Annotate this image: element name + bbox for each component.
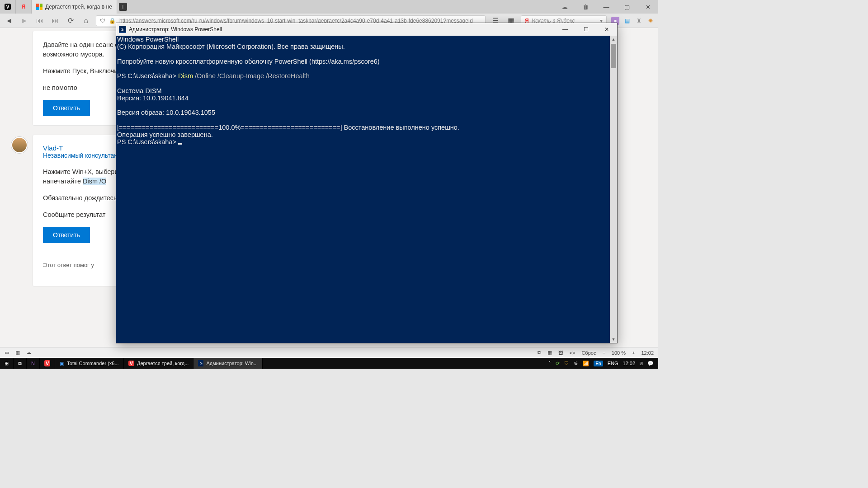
panel-toggle-icon[interactable]: ▭: [5, 350, 9, 356]
tab-vivaldi[interactable]: V: [0, 0, 16, 14]
browser-tab-strip: V Я Дергается трей, когда в не + ☁ 🗑 — ▢…: [0, 0, 658, 14]
tray-network-icon[interactable]: ⚟: [574, 361, 578, 366]
scroll-thumb[interactable]: [611, 44, 616, 68]
shield-icon: 🛡: [100, 18, 105, 24]
tray-shield-icon[interactable]: ⛉: [564, 361, 569, 366]
taskbar-app-browser[interactable]: VДергается трей, когд...: [124, 358, 194, 369]
ps-scrollbar[interactable]: ▲ ▼: [610, 36, 617, 343]
tray-extra-icon[interactable]: ⎚: [640, 361, 643, 366]
home-button[interactable]: ⌂: [80, 15, 91, 26]
rewind-button[interactable]: ⏮: [34, 15, 45, 26]
reply-button[interactable]: Ответить: [43, 100, 90, 116]
fastforward-button[interactable]: ⏭: [50, 15, 61, 26]
action-center-icon[interactable]: 💬: [647, 361, 654, 366]
trash-icon[interactable]: 🗑: [575, 0, 596, 14]
scroll-down-icon[interactable]: ▼: [610, 336, 617, 343]
status-bar: ▭ ▥ ☁ ⧉ ▦ 🖼 <> Сброс − 100 % + 12:02: [0, 347, 658, 358]
tray-chevron-icon[interactable]: ˄: [548, 361, 551, 366]
ext-shield-icon[interactable]: ♜: [635, 17, 643, 25]
ext-bug-icon[interactable]: ✺: [646, 17, 655, 25]
powershell-icon: ≥: [119, 26, 126, 33]
tab-active[interactable]: Дергается трей, когда в не: [32, 0, 117, 14]
powershell-window: ≥ Администратор: Windows PowerShell — ☐ …: [116, 23, 618, 343]
tray-wifi-icon[interactable]: 📶: [583, 361, 589, 366]
status-clock: 12:02: [641, 350, 654, 356]
sync-cloud-icon[interactable]: ☁: [26, 350, 31, 356]
ps-close-button[interactable]: ✕: [596, 23, 617, 36]
start-button[interactable]: ⊞: [0, 358, 14, 369]
terminal-cursor: [178, 143, 182, 145]
vivaldi-icon: V: [5, 4, 11, 10]
pinned-app-vivaldi[interactable]: V: [40, 358, 55, 369]
tab-yandex[interactable]: Я: [16, 0, 32, 14]
zoom-reset[interactable]: Сброс: [581, 350, 596, 356]
microsoft-icon: [36, 4, 42, 10]
screenshot-icon[interactable]: ⧉: [538, 350, 541, 356]
powershell-title: Администратор: Windows PowerShell: [129, 26, 222, 33]
powershell-titlebar[interactable]: ≥ Администратор: Windows PowerShell — ☐ …: [116, 23, 617, 36]
window-close-button[interactable]: ✕: [637, 0, 658, 14]
taskbar-clock[interactable]: 12:02: [623, 361, 635, 366]
ext-feed-icon[interactable]: ▤: [623, 17, 631, 25]
window-maximize-button[interactable]: ▢: [617, 0, 637, 14]
tile-icon[interactable]: ▦: [547, 350, 552, 356]
zoom-in-button[interactable]: +: [632, 350, 635, 356]
tab-label: Дергается трей, когда в не: [45, 4, 112, 10]
nav-back-button[interactable]: ◄: [4, 15, 14, 26]
windows-taskbar: ⊞ ⧉ N V ▣Total Commander (x6... VДергает…: [0, 358, 658, 369]
reload-button[interactable]: ⟳: [65, 15, 76, 26]
zoom-level: 100 %: [612, 350, 626, 356]
yandex-icon: Я: [20, 4, 27, 10]
tray-sync-icon[interactable]: ⟳: [556, 361, 560, 366]
images-icon[interactable]: 🖼: [558, 350, 563, 356]
pinned-app-onenote[interactable]: N: [27, 358, 40, 369]
ps-maximize-button[interactable]: ☐: [576, 23, 596, 36]
tiling-icon[interactable]: ▥: [15, 350, 20, 356]
task-view-button[interactable]: ⧉: [14, 358, 27, 369]
scroll-up-icon[interactable]: ▲: [610, 36, 617, 43]
powershell-terminal[interactable]: Windows PowerShell (C) Корпорация Майкро…: [116, 36, 617, 343]
reply-button[interactable]: Ответить: [43, 227, 90, 243]
extensions: ● ▤ ♜ ✺: [611, 17, 655, 25]
ps-minimize-button[interactable]: —: [555, 23, 576, 36]
avatar[interactable]: [11, 137, 28, 153]
taskbar-app-powershell[interactable]: ≥Администратор: Win...: [193, 358, 263, 369]
new-tab-button[interactable]: +: [117, 0, 129, 14]
system-tray[interactable]: ˄ ⟳ ⛉ ⚟ 📶 En ENG 12:02 ⎚ 💬: [544, 358, 658, 369]
window-minimize-button[interactable]: —: [596, 0, 617, 14]
ime-badge[interactable]: En: [594, 361, 603, 366]
cloud-icon[interactable]: ☁: [554, 0, 575, 14]
language-indicator[interactable]: ENG: [608, 361, 618, 366]
nav-forward-button[interactable]: ►: [19, 15, 30, 26]
zoom-out-button[interactable]: −: [602, 350, 605, 356]
lock-icon: 🔒: [109, 18, 116, 24]
taskbar-app-totalcmd[interactable]: ▣Total Commander (x6...: [55, 358, 123, 369]
devtools-icon[interactable]: <>: [570, 350, 576, 356]
